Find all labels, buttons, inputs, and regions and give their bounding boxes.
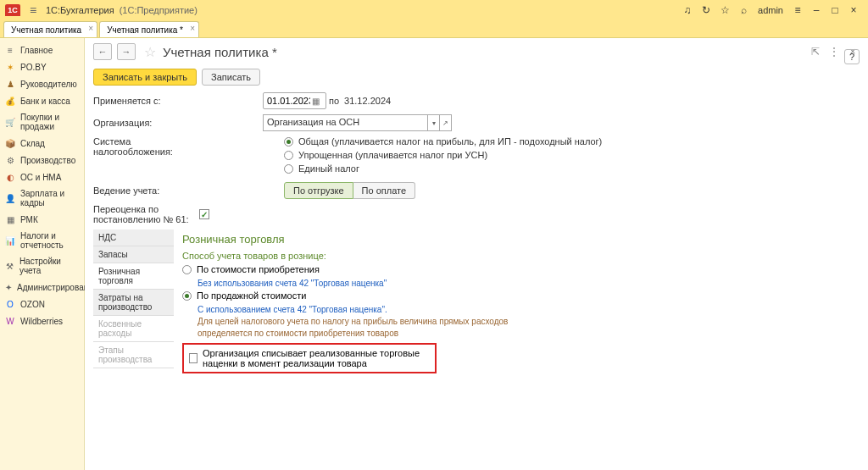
sidebar-item-label: Зарплата и кадры [20, 189, 79, 207]
sidebar-item-label: Руководителю [20, 80, 77, 89]
sidebar-item-icon: ♟ [5, 79, 15, 89]
hamburger-icon[interactable]: ≡ [25, 3, 41, 17]
sidebar-item[interactable]: ◐ОС и НМА [0, 169, 84, 185]
retail-panel: Розничная торговля Способ учета товаров … [174, 229, 860, 377]
subnav-prod-costs[interactable]: Затраты на производство [93, 290, 174, 316]
org-label: Организация: [93, 118, 195, 128]
applies-from-label: Применяется с: [93, 96, 195, 106]
tab-accounting-policy[interactable]: Учетная политика × [3, 21, 97, 37]
form-area: Применяется с: ▦ по 31.12.2024 Организац… [85, 89, 868, 380]
sidebar-item[interactable]: WWildberries [0, 312, 84, 329]
nav-back-button[interactable]: ← [93, 43, 112, 60]
sidebar-item[interactable]: ≡Главное [0, 41, 84, 58]
sidebar-item-icon: 📦 [5, 138, 15, 148]
sidebar-item[interactable]: ⚒Настройки учета [0, 253, 84, 279]
nav-forward-button[interactable]: → [117, 43, 136, 60]
document-tabs: Учетная политика × Учетная политика * × [0, 19, 868, 38]
titlebar: 1C ≡ 1С:Бухгалтерия (1С:Предприятие) ♫ ↻… [0, 0, 868, 19]
tab-label: Учетная политика [11, 25, 81, 35]
sidebar-item-icon: ▦ [5, 214, 15, 224]
help-button[interactable]: ? [844, 49, 860, 64]
sidebar-item[interactable]: ▦РМК [0, 211, 84, 228]
sidebar-item-label: Настройки учета [19, 257, 79, 275]
sidebar-item-icon: 💰 [5, 96, 15, 106]
sidebar-item[interactable]: OOZON [0, 296, 84, 312]
sidebar-item-label: ОС и НМА [20, 173, 61, 182]
sidebar-item-icon: 🛒 [5, 117, 15, 127]
app-logo: 1C [5, 4, 20, 16]
sidebar-item-label: РМК [20, 215, 38, 224]
markup-writeoff-checkbox[interactable]: ✓ [189, 353, 198, 363]
note-line-1: Для целей налогового учета по налогу на … [198, 317, 851, 326]
close-icon[interactable]: × [88, 24, 93, 33]
subnav-prod-stages[interactable]: Этапы производства [93, 342, 174, 368]
sidebar-item[interactable]: 💰Банк и касса [0, 92, 84, 109]
sidebar-item[interactable]: ✦Администрирование [0, 279, 84, 296]
maximize-icon[interactable]: □ [826, 3, 844, 18]
sidebar-item[interactable]: 👤Зарплата и кадры [0, 185, 84, 211]
radio-simplified[interactable] [284, 151, 293, 160]
star-icon[interactable]: ☆ [715, 3, 734, 18]
subnav-stocks[interactable]: Запасы [93, 246, 174, 263]
sidebar-item-label: Wildberries [20, 317, 63, 326]
calendar-icon[interactable]: ▦ [312, 97, 324, 106]
save-and-close-button[interactable]: Записать и закрыть [93, 69, 197, 86]
sidebar-item-label: Банк и касса [20, 97, 70, 106]
open-external-icon[interactable]: ⇱ [809, 46, 822, 58]
link-with-42[interactable]: С использованием счета 42 "Торговая наце… [198, 305, 387, 314]
minimize-icon[interactable]: – [807, 3, 826, 18]
sidebar-item[interactable]: 📊Налоги и отчетность [0, 228, 84, 253]
to-label: по [329, 96, 339, 106]
subnav-nds[interactable]: НДС [93, 229, 174, 246]
search-icon[interactable]: ⌕ [734, 3, 753, 18]
sidebar-item[interactable]: ✶PO.BY [0, 58, 84, 75]
radio-by-cost-label: По стоимости приобретения [197, 264, 320, 274]
sidebar-item-label: PO.BY [20, 63, 47, 72]
sidebar-item-label: Склад [20, 139, 45, 148]
sidebar-item[interactable]: ⚙Производство [0, 152, 84, 169]
page-header: ← → ☆ Учетная политика * ⇱ ⋮ × [85, 38, 868, 65]
save-button[interactable]: Записать [202, 69, 260, 86]
link-no-42[interactable]: Без использования счета 42 "Торговая нац… [198, 279, 387, 288]
close-app-icon[interactable]: × [844, 3, 863, 18]
org-dropdown-icon[interactable]: ▾ [428, 114, 440, 131]
subnav-indirect[interactable]: Косвенные расходы [93, 316, 174, 342]
app-name: 1С:Бухгалтерия [46, 5, 114, 15]
section-nav: НДС Запасы Розничная торговля Затраты на… [93, 229, 174, 377]
toggle-payment[interactable]: По оплате [353, 182, 415, 199]
revaluation-label: Переоценка по постановлению № 61: [93, 204, 199, 224]
revaluation-checkbox[interactable]: ✓ [199, 209, 209, 219]
subnav-retail[interactable]: Розничная торговля [93, 263, 174, 290]
sidebar-item-icon: W [5, 316, 15, 326]
close-icon[interactable]: × [190, 24, 195, 33]
method-label: Способ учета товаров в рознице: [182, 251, 851, 261]
sidebar-item-icon: ⚙ [5, 155, 15, 165]
toolbar: Записать и закрыть Записать [85, 65, 868, 89]
sidebar-item-label: OZON [20, 300, 45, 309]
tab-accounting-policy-modified[interactable]: Учетная политика * × [99, 21, 199, 37]
main-sidebar: ≡Главное✶PO.BY♟Руководителю💰Банк и касса… [0, 38, 85, 470]
sidebar-item[interactable]: ♟Руководителю [0, 75, 84, 92]
sidebar-item-icon: ≡ [5, 45, 15, 55]
radio-general[interactable] [284, 137, 293, 147]
note-line-2: определяется по стоимости приобретения т… [198, 329, 851, 338]
markup-writeoff-label: Организация списывает реализованные торг… [203, 348, 430, 368]
org-select[interactable]: Организация на ОСН [263, 114, 428, 131]
toggle-shipment[interactable]: По отгрузке [284, 182, 353, 199]
to-date: 31.12.2024 [344, 96, 391, 106]
org-open-icon[interactable]: ↗ [440, 114, 452, 131]
menu-lines-icon[interactable]: ≡ [788, 3, 807, 18]
user-label[interactable]: admin [753, 5, 788, 15]
panel-heading: Розничная торговля [182, 233, 851, 246]
history-icon[interactable]: ↻ [697, 3, 715, 18]
sidebar-item-icon: ✶ [5, 62, 15, 72]
favorite-star-icon[interactable]: ☆ [144, 44, 156, 60]
sidebar-item[interactable]: 🛒Покупки и продажи [0, 109, 84, 135]
more-icon[interactable]: ⋮ [827, 46, 841, 58]
radio-by-cost[interactable] [182, 265, 192, 274]
bell-icon[interactable]: ♫ [678, 3, 697, 18]
radio-by-sale[interactable] [182, 291, 192, 301]
tab-label: Учетная политика * [107, 25, 183, 35]
radio-single[interactable] [284, 164, 293, 174]
sidebar-item[interactable]: 📦Склад [0, 135, 84, 152]
